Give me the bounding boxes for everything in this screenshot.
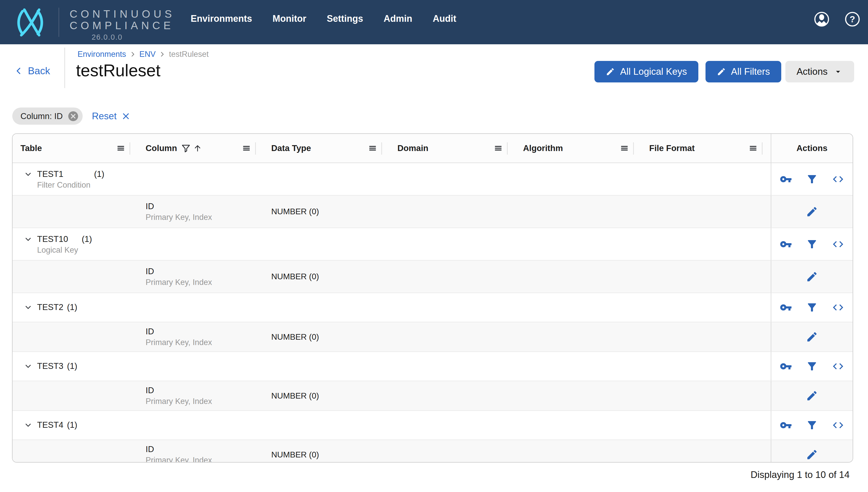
help-icon[interactable]: ?	[844, 11, 860, 27]
table-column-count: (1)	[67, 302, 77, 312]
code-icon[interactable]	[832, 301, 844, 314]
edit-icon[interactable]	[806, 448, 818, 461]
table-group-row: TEST4(1)	[12, 411, 853, 440]
breadcrumb: EnvironmentsENVtestRuleset	[78, 50, 208, 59]
nav-item-audit[interactable]: Audit	[433, 13, 456, 24]
key-icon[interactable]	[780, 419, 792, 431]
pagination-status: Displaying 1 to 10 of 14	[750, 469, 849, 480]
group-actions-cell	[771, 352, 853, 380]
table-body: TEST1Filter Condition(1)IDPrimary Key, I…	[12, 163, 853, 463]
filter-outline-icon[interactable]	[181, 144, 190, 153]
key-icon[interactable]	[780, 360, 792, 372]
table-column-row: IDPrimary Key, IndexNUMBER (0)	[12, 440, 853, 463]
page-title: testRuleset	[76, 61, 160, 80]
code-icon[interactable]	[832, 238, 844, 250]
chevron-down-icon[interactable]	[24, 362, 32, 371]
filter-icon[interactable]	[806, 238, 818, 250]
nav-item-environments[interactable]: Environments	[190, 13, 252, 24]
breadcrumb-chevron-icon	[159, 51, 166, 58]
header-cell-algorithm: Algorithm	[516, 134, 642, 163]
edit-icon[interactable]	[806, 271, 818, 283]
column-data-type: NUMBER (0)	[271, 391, 319, 401]
back-button[interactable]: Back	[14, 65, 50, 77]
nav-item-label: Admin	[384, 13, 412, 24]
delphix-x-icon[interactable]	[13, 7, 47, 38]
column-name-cell: IDPrimary Key, Index	[138, 261, 264, 293]
nav-item-monitor[interactable]: Monitor	[273, 13, 306, 24]
column-menu-icon[interactable]	[117, 144, 125, 152]
group-name-cell: TEST4(1)	[12, 411, 138, 440]
chevron-down-icon[interactable]	[24, 303, 32, 312]
column-header-label: Algorithm	[523, 143, 563, 153]
reset-filters-button[interactable]: Reset	[92, 107, 131, 125]
key-icon[interactable]	[780, 238, 792, 250]
nav-item-settings[interactable]: Settings	[327, 13, 363, 24]
filter-chip-label: Column: ID	[21, 112, 63, 121]
edit-icon[interactable]	[806, 205, 818, 218]
reset-label: Reset	[92, 111, 117, 122]
actions-dropdown-button[interactable]: Actions	[785, 61, 854, 82]
column-menu-icon[interactable]	[749, 144, 758, 152]
column-attributes: Primary Key, Index	[146, 397, 264, 406]
brand-version: 26.0.0.0	[70, 33, 175, 42]
column-header-label: Actions	[796, 143, 827, 153]
nav-item-admin[interactable]: Admin	[384, 13, 412, 24]
table-header-row: TableColumnData TypeDomainAlgorithmFile …	[12, 134, 853, 163]
nav-item-label: Environments	[190, 13, 252, 24]
code-icon[interactable]	[832, 173, 844, 185]
brand-divider	[59, 8, 59, 37]
chevron-down-icon[interactable]	[24, 235, 32, 244]
column-name: ID	[146, 201, 264, 211]
key-icon[interactable]	[780, 173, 792, 185]
header-cell-data-type: Data Type	[264, 134, 390, 163]
table-group-row: TEST1Filter Condition(1)	[12, 163, 853, 196]
column-attributes: Primary Key, Index	[146, 213, 264, 222]
filter-icon[interactable]	[806, 301, 818, 314]
group-name-cell: TEST2(1)	[12, 293, 138, 322]
column-data-type: NUMBER (0)	[271, 272, 319, 281]
code-icon[interactable]	[832, 419, 844, 431]
column-name-cell: IDPrimary Key, Index	[138, 322, 264, 351]
column-actions-cell	[771, 381, 853, 410]
column-name-cell: IDPrimary Key, Index	[138, 196, 264, 227]
chevron-down-icon[interactable]	[24, 421, 32, 429]
breadcrumb-item-environments[interactable]: Environments	[78, 50, 126, 59]
table-subtitle: Filter Condition	[37, 180, 90, 190]
code-icon[interactable]	[832, 360, 844, 372]
edit-icon[interactable]	[806, 390, 818, 402]
all-logical-keys-button[interactable]: All Logical Keys	[594, 61, 698, 82]
table-subtitle: Logical Key	[37, 245, 78, 255]
column-header-label: Domain	[398, 143, 428, 153]
column-data-type: NUMBER (0)	[271, 207, 319, 216]
filter-chip-column-id[interactable]: Column: ID	[12, 107, 83, 125]
sort-up-icon[interactable]	[193, 144, 202, 152]
table-name: TEST2	[37, 302, 63, 312]
app-header: CONTINUOUS COMPLIANCE 26.0.0.0 Environme…	[0, 0, 868, 44]
column-menu-icon[interactable]	[242, 144, 251, 152]
user-avatar-icon[interactable]	[814, 11, 829, 27]
header-cell-column: Column	[138, 134, 264, 163]
table-column-row: IDPrimary Key, IndexNUMBER (0)	[12, 196, 853, 228]
edit-icon[interactable]	[806, 331, 818, 343]
group-name-cell: TEST3(1)	[12, 352, 138, 380]
column-menu-icon[interactable]	[494, 144, 503, 152]
column-menu-icon[interactable]	[620, 144, 629, 152]
filter-icon[interactable]	[806, 173, 818, 185]
table-name: TEST10	[37, 234, 78, 244]
group-name-cell: TEST10Logical Key(1)	[12, 228, 138, 260]
column-attributes: Primary Key, Index	[146, 278, 264, 287]
breadcrumb-item-env[interactable]: ENV	[139, 50, 156, 59]
all-filters-button[interactable]: All Filters	[706, 61, 781, 82]
column-actions-cell	[771, 440, 853, 463]
actions-label: Actions	[797, 66, 827, 77]
filter-icon[interactable]	[806, 419, 818, 431]
table-name: TEST4	[37, 420, 63, 430]
header-cell-actions: Actions	[771, 134, 853, 163]
remove-chip-icon[interactable]	[67, 110, 79, 122]
nav-item-label: Monitor	[273, 13, 306, 24]
column-menu-icon[interactable]	[368, 144, 377, 152]
chevron-down-icon[interactable]	[24, 170, 32, 179]
group-name-cell: TEST1Filter Condition(1)	[12, 163, 138, 195]
filter-icon[interactable]	[806, 360, 818, 372]
key-icon[interactable]	[780, 301, 792, 314]
